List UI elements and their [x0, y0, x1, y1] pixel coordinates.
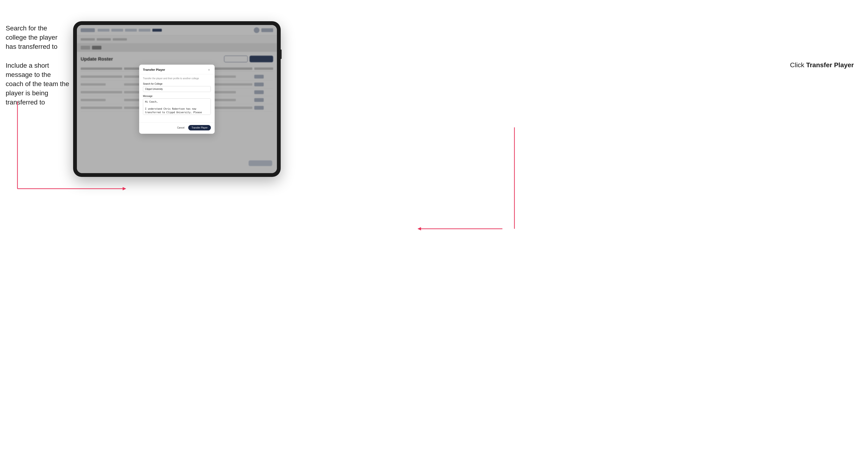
annotation-text-2: Include a short message to the coach of …	[6, 61, 69, 107]
transfer-player-button[interactable]: Transfer Player	[188, 125, 211, 130]
annotation-right-bold: Transfer Player	[806, 61, 854, 69]
annotation-right: Click Transfer Player	[790, 61, 854, 69]
transfer-player-modal: Transfer Player × Transfer the player an…	[139, 65, 215, 134]
annotation-left: Search for the college the player has tr…	[6, 24, 69, 117]
modal-close-button[interactable]: ×	[207, 68, 211, 72]
modal-body: Transfer the player and their profile to…	[139, 74, 215, 122]
modal-title: Transfer Player	[143, 68, 165, 71]
svg-marker-7	[417, 227, 421, 230]
search-college-label: Search for College	[143, 83, 211, 85]
annotation-right-prefix: Click	[790, 61, 806, 69]
search-college-group: Search for College	[143, 83, 211, 92]
modal-footer: Cancel Transfer Player	[139, 122, 215, 134]
message-textarea[interactable]	[143, 98, 211, 115]
modal-header: Transfer Player ×	[139, 65, 215, 74]
message-label: Message	[143, 95, 211, 97]
cancel-button[interactable]: Cancel	[175, 125, 186, 130]
message-group: Message	[143, 95, 211, 116]
tablet-screen: Update Roster	[77, 25, 277, 173]
tablet-side-button	[281, 50, 282, 59]
annotation-text-1: Search for the college the player has tr…	[6, 24, 69, 52]
search-college-input[interactable]	[143, 86, 211, 92]
modal-overlay: Transfer Player × Transfer the player an…	[77, 25, 277, 173]
tablet-device: Update Roster	[73, 21, 281, 177]
svg-marker-3	[123, 187, 126, 190]
modal-description: Transfer the player and their profile to…	[143, 77, 211, 80]
